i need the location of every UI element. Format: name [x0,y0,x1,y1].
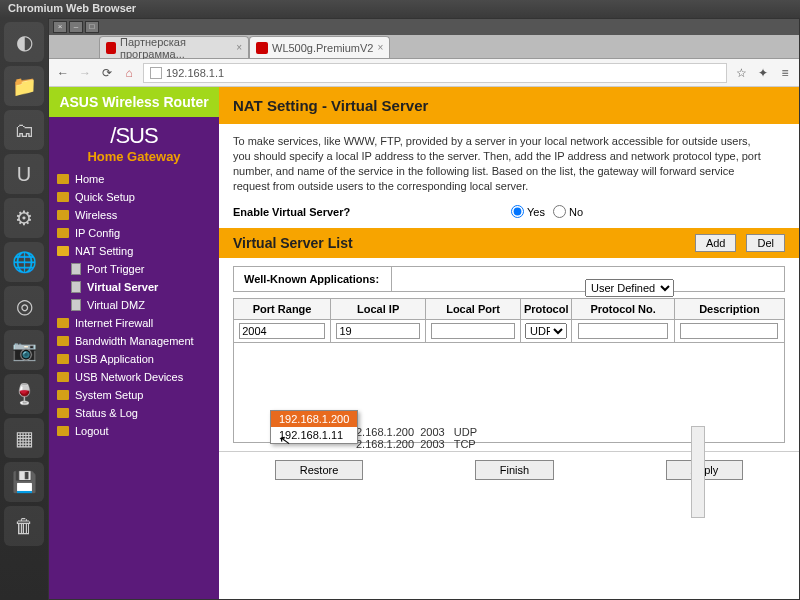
del-button[interactable]: Del [746,234,785,252]
nav-item-ip-config[interactable]: IP Config [49,224,219,242]
extension-icon[interactable]: ✦ [755,66,771,80]
finish-button[interactable]: Finish [475,460,554,480]
main-panel: NAT Setting - Virtual Server To make ser… [219,87,799,599]
forward-icon[interactable]: → [77,66,93,80]
autocomplete-item[interactable]: 192.168.1.200 [271,411,357,427]
home-icon[interactable]: ⌂ [121,66,137,80]
dock-item[interactable]: ⚙ [4,198,44,238]
description-input[interactable] [680,323,778,339]
nav-item-nat-setting[interactable]: NAT Setting [49,242,219,260]
yes-label: Yes [527,206,545,218]
well-known-apps-row: Well-Known Applications: User Defined [233,266,785,292]
protocol-select[interactable]: UDP [525,323,567,339]
add-button[interactable]: Add [695,234,737,252]
nav-item-status-log[interactable]: Status & Log [49,404,219,422]
dock-item[interactable]: 🗑 [4,506,44,546]
bookmark-icon[interactable]: ☆ [733,66,749,80]
table-row: UDP [234,320,785,343]
nav-item-bandwidth-management[interactable]: Bandwidth Management [49,332,219,350]
dock-item[interactable]: 🗂 [4,110,44,150]
folder-icon [57,228,69,238]
nav-label: System Setup [75,389,143,401]
nav-item-wireless[interactable]: Wireless [49,206,219,224]
scrollbar[interactable] [691,426,705,518]
back-icon[interactable]: ← [55,66,71,80]
nav-label: Wireless [75,209,117,221]
folder-icon [57,408,69,418]
port-range-input[interactable] [239,323,325,339]
unity-dock: ◐📁🗂U⚙🌐◎📷🍷▦💾🗑 [0,18,48,600]
page-description: To make services, like WWW, FTP, provide… [219,124,779,199]
enable-no-radio[interactable] [553,205,566,218]
nav-label: USB Network Devices [75,371,183,383]
page-icon [150,67,162,79]
close-tab-icon[interactable]: × [236,42,242,53]
enable-label: Enable Virtual Server? [233,206,503,218]
col-header: Local IP [331,299,426,320]
tab-label: WL500g.PremiumV2 [272,42,374,54]
dock-item[interactable]: ◎ [4,286,44,326]
col-header: Protocol [521,299,572,320]
browser-tab[interactable]: Партнерская программа...× [99,36,249,58]
menu-icon[interactable]: ≡ [777,66,793,80]
nav-label: Home [75,173,104,185]
nav-label: Status & Log [75,407,138,419]
dock-item[interactable]: 📁 [4,66,44,106]
dock-item[interactable]: 💾 [4,462,44,502]
minimize-window-icon[interactable]: – [69,21,83,33]
favicon [256,42,268,54]
local-port-input[interactable] [431,323,514,339]
document-icon [71,281,81,293]
url-text: 192.168.1.1 [166,67,224,79]
router-sidebar: ASUS Wireless Router /SUS Home Gateway H… [49,87,219,599]
dock-item[interactable]: U [4,154,44,194]
nav-label: Port Trigger [87,263,144,275]
top-banner: ASUS Wireless Router [49,87,219,117]
nav-item-home[interactable]: Home [49,170,219,188]
nav-item-usb-application[interactable]: USB Application [49,350,219,368]
page-content: ASUS Wireless Router /SUS Home Gateway H… [49,87,799,599]
nav-label: Internet Firewall [75,317,153,329]
nav-item-virtual-dmz[interactable]: Virtual DMZ [49,296,219,314]
window-controls: × – □ [49,19,799,35]
nav-label: Virtual Server [87,281,158,293]
nav-item-system-setup[interactable]: System Setup [49,386,219,404]
dock-item[interactable]: 📷 [4,330,44,370]
col-header: Local Port [426,299,521,320]
dock-item[interactable]: ◐ [4,22,44,62]
nav-item-usb-network-devices[interactable]: USB Network Devices [49,368,219,386]
existing-row: 2.168.1.200 2003 UDP [356,426,477,438]
no-label: No [569,206,583,218]
restore-button[interactable]: Restore [275,460,364,480]
folder-icon [57,390,69,400]
nav-item-logout[interactable]: Logout [49,422,219,440]
section-bar: Virtual Server List Add Del [219,228,799,258]
maximize-window-icon[interactable]: □ [85,21,99,33]
browser-tab[interactable]: WL500g.PremiumV2× [249,36,390,58]
close-tab-icon[interactable]: × [378,42,384,53]
wka-select[interactable]: User Defined [585,279,674,297]
dock-item[interactable]: ▦ [4,418,44,458]
browser-navbar: ← → ⟳ ⌂ 192.168.1.1 ☆ ✦ ≡ [49,59,799,87]
close-window-icon[interactable]: × [53,21,67,33]
reload-icon[interactable]: ⟳ [99,66,115,80]
url-bar[interactable]: 192.168.1.1 [143,63,727,83]
dock-item[interactable]: 🌐 [4,242,44,282]
brand-subtitle: Home Gateway [49,149,219,164]
col-header: Description [674,299,784,320]
nav-item-virtual-server[interactable]: Virtual Server [49,278,219,296]
dock-item[interactable]: 🍷 [4,374,44,414]
protocol-no-input[interactable] [578,323,669,339]
enable-row: Enable Virtual Server? Yes No [219,199,799,228]
nav-label: USB Application [75,353,154,365]
document-icon [71,263,81,275]
favicon [106,42,116,54]
nav-item-port-trigger[interactable]: Port Trigger [49,260,219,278]
existing-row: 2.168.1.200 2003 TCP [356,438,477,450]
nav-item-quick-setup[interactable]: Quick Setup [49,188,219,206]
document-icon [71,299,81,311]
enable-yes-radio[interactable] [511,205,524,218]
nav-item-internet-firewall[interactable]: Internet Firewall [49,314,219,332]
local-ip-input[interactable] [336,323,419,339]
folder-icon [57,354,69,364]
